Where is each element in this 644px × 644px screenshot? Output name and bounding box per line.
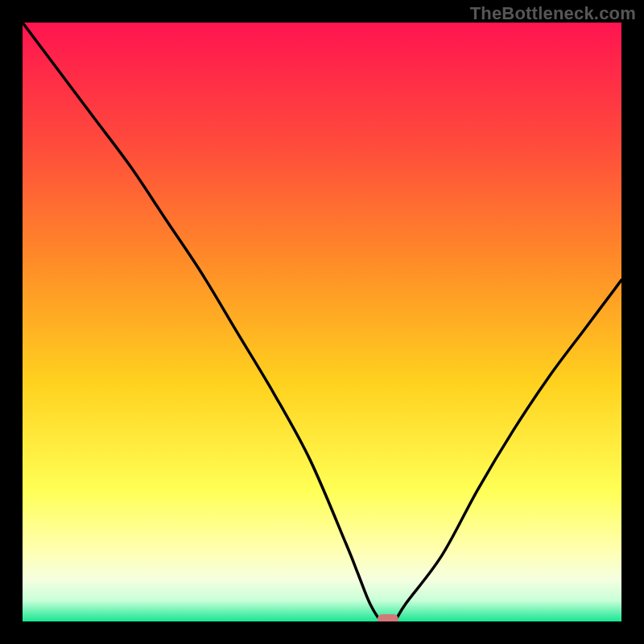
watermark-text: TheBottleneck.com <box>470 3 636 24</box>
chart-frame: TheBottleneck.com <box>0 0 644 644</box>
chart-svg <box>23 23 621 621</box>
optimal-marker <box>378 614 398 621</box>
chart-plot-area <box>23 23 621 621</box>
chart-background <box>23 23 621 621</box>
